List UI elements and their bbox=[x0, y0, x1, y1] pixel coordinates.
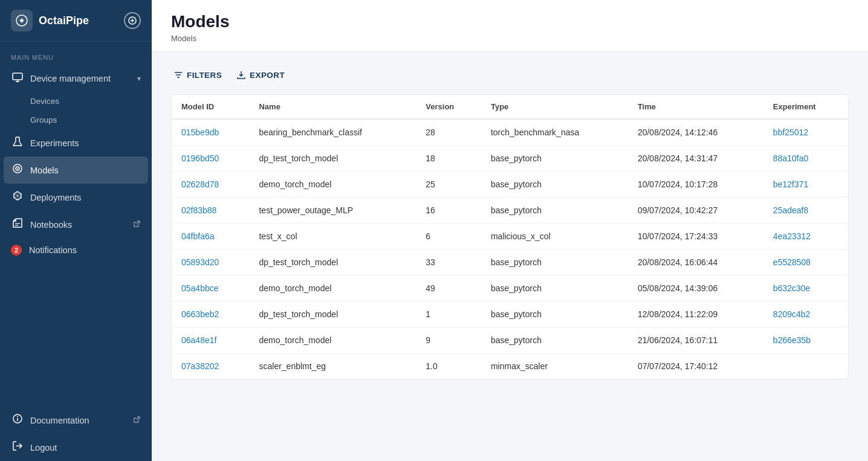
experiment-link[interactable]: b266e35b bbox=[773, 335, 811, 345]
cell-name: test_x_col bbox=[249, 224, 416, 250]
model-id-link[interactable]: 05893d20 bbox=[181, 257, 219, 267]
cell-version: 18 bbox=[416, 146, 481, 172]
cell-time: 21/06/2024, 16:07:11 bbox=[628, 327, 763, 353]
cell-model-id[interactable]: 04fbfa6a bbox=[172, 224, 249, 250]
experiment-link[interactable]: 8209c4b2 bbox=[773, 309, 811, 319]
cell-experiment[interactable]: 4ea23312 bbox=[763, 224, 848, 250]
model-id-link[interactable]: 07a38202 bbox=[181, 361, 219, 371]
svg-point-11 bbox=[17, 168, 18, 169]
svg-point-16 bbox=[17, 416, 18, 417]
svg-rect-5 bbox=[13, 73, 22, 80]
model-id-link[interactable]: 06a48e1f bbox=[181, 335, 216, 345]
notebooks-icon bbox=[11, 218, 24, 231]
main-content: Models Models FILTERS EXPORT bbox=[152, 0, 868, 461]
cell-name: demo_torch_model bbox=[249, 276, 416, 301]
cell-model-id[interactable]: 02628d78 bbox=[172, 172, 249, 198]
col-time: Time bbox=[628, 95, 763, 119]
external-link-icon bbox=[133, 220, 141, 230]
page-header: Models Models bbox=[152, 0, 868, 52]
filters-button[interactable]: FILTERS bbox=[171, 66, 224, 83]
cell-experiment[interactable]: e5528508 bbox=[763, 250, 848, 276]
cell-model-id[interactable]: 06a48e1f bbox=[172, 327, 249, 353]
cell-name: dp_test_torch_model bbox=[249, 250, 416, 276]
table-body: 015be9db bearing_benchmark_classif 28 to… bbox=[172, 119, 848, 379]
models-icon bbox=[11, 163, 24, 177]
sidebar-item-label: Notifications bbox=[29, 245, 77, 255]
col-type: Type bbox=[481, 95, 628, 119]
sidebar-item-notebooks[interactable]: Notebooks bbox=[0, 211, 152, 238]
sidebar-item-documentation[interactable]: Documentation bbox=[0, 407, 152, 434]
cell-model-id[interactable]: 0663beb2 bbox=[172, 301, 249, 327]
sidebar-item-experiments[interactable]: Experiments bbox=[0, 129, 152, 156]
logo-icon bbox=[11, 10, 33, 31]
cell-version: 16 bbox=[416, 198, 481, 224]
sidebar-item-logout[interactable]: Logout bbox=[0, 434, 152, 461]
model-id-link[interactable]: 04fbfa6a bbox=[181, 231, 215, 241]
models-table-container: Model ID Name Version Type Time Experime… bbox=[171, 94, 849, 379]
experiment-link[interactable]: be12f371 bbox=[773, 179, 808, 189]
experiment-link[interactable]: e5528508 bbox=[773, 257, 811, 267]
cell-time: 20/08/2024, 14:31:47 bbox=[628, 146, 763, 172]
cell-experiment[interactable]: b632c30e bbox=[763, 276, 848, 301]
sidebar-item-models[interactable]: Models bbox=[4, 156, 148, 184]
table-header: Model ID Name Version Type Time Experime… bbox=[172, 95, 848, 119]
cell-version: 6 bbox=[416, 224, 481, 250]
toolbar: FILTERS EXPORT bbox=[171, 66, 849, 83]
cell-name: bearing_benchmark_classif bbox=[249, 119, 416, 146]
cell-version: 1 bbox=[416, 301, 481, 327]
experiment-link[interactable]: b632c30e bbox=[773, 283, 811, 293]
model-id-link[interactable]: 0663beb2 bbox=[181, 309, 219, 319]
table-row: 0196bd50 dp_test_torch_model 18 base_pyt… bbox=[172, 146, 848, 172]
sidebar-item-notifications[interactable]: 2 🔔 Notifications bbox=[0, 238, 152, 262]
cell-time: 10/07/2024, 17:24:33 bbox=[628, 224, 763, 250]
cell-model-id[interactable]: 05a4bbce bbox=[172, 276, 249, 301]
table-row: 05893d20 dp_test_torch_model 33 base_pyt… bbox=[172, 250, 848, 276]
sidebar-bottom: Documentation Logout bbox=[0, 407, 152, 461]
model-id-link[interactable]: 02628d78 bbox=[181, 179, 219, 189]
sidebar-item-label: Experiments bbox=[30, 138, 79, 148]
cell-experiment[interactable]: 25adeaf8 bbox=[763, 198, 848, 224]
experiment-link[interactable]: 25adeaf8 bbox=[773, 205, 808, 215]
cell-type: minmax_scaler bbox=[481, 353, 628, 379]
experiment-link[interactable]: 4ea23312 bbox=[773, 231, 811, 241]
model-id-link[interactable]: 015be9db bbox=[181, 127, 219, 137]
cell-model-id[interactable]: 07a38202 bbox=[172, 353, 249, 379]
cell-version: 28 bbox=[416, 119, 481, 146]
sidebar-item-label: Models bbox=[30, 166, 59, 175]
cell-version: 25 bbox=[416, 172, 481, 198]
experiment-link[interactable]: 88a10fa0 bbox=[773, 153, 808, 163]
cell-model-id[interactable]: 0196bd50 bbox=[172, 146, 249, 172]
cell-experiment[interactable]: 88a10fa0 bbox=[763, 146, 848, 172]
model-id-link[interactable]: 0196bd50 bbox=[181, 153, 219, 163]
sidebar-item-deployments[interactable]: Deployments bbox=[0, 184, 152, 211]
model-id-link[interactable]: 02f83b88 bbox=[181, 205, 216, 215]
export-button[interactable]: EXPORT bbox=[234, 66, 287, 83]
cell-experiment[interactable]: be12f371 bbox=[763, 172, 848, 198]
sidebar-item-label: Logout bbox=[30, 443, 57, 453]
cell-model-id[interactable]: 02f83b88 bbox=[172, 198, 249, 224]
model-id-link[interactable]: 05a4bbce bbox=[181, 283, 219, 293]
cell-time: 20/08/2024, 14:12:46 bbox=[628, 119, 763, 146]
experiment-link[interactable]: bbf25012 bbox=[773, 127, 808, 137]
cell-model-id[interactable]: 015be9db bbox=[172, 119, 249, 146]
cell-type: base_pytorch bbox=[481, 276, 628, 301]
deployments-icon bbox=[11, 190, 24, 204]
cell-model-id[interactable]: 05893d20 bbox=[172, 250, 249, 276]
sidebar-item-device-management[interactable]: Device management ▾ bbox=[0, 65, 152, 92]
cell-version: 9 bbox=[416, 327, 481, 353]
export-label: EXPORT bbox=[250, 71, 285, 80]
cell-experiment[interactable]: b266e35b bbox=[763, 327, 848, 353]
experiments-icon bbox=[11, 136, 24, 150]
cell-experiment[interactable]: bbf25012 bbox=[763, 119, 848, 146]
sidebar-subitem-devices[interactable]: Devices bbox=[0, 92, 152, 111]
cell-experiment[interactable] bbox=[763, 353, 848, 379]
sidebar-item-label: Deployments bbox=[30, 193, 82, 202]
documentation-icon bbox=[11, 413, 24, 427]
add-button[interactable] bbox=[124, 12, 141, 29]
cell-name: scaler_enblmt_eg bbox=[249, 353, 416, 379]
table-row: 05a4bbce demo_torch_model 49 base_pytorc… bbox=[172, 276, 848, 301]
cell-experiment[interactable]: 8209c4b2 bbox=[763, 301, 848, 327]
sidebar-subitem-groups[interactable]: Groups bbox=[0, 111, 152, 129]
sidebar-header: OctaiPipe bbox=[0, 0, 152, 42]
cell-time: 09/07/2024, 10:42:27 bbox=[628, 198, 763, 224]
